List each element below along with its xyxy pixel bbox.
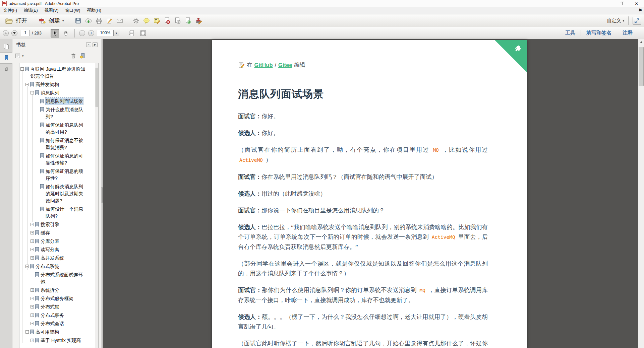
expand-toggle-icon[interactable]: + bbox=[31, 305, 34, 308]
bookmark-item[interactable]: +分布式事务 bbox=[19, 312, 87, 319]
bookmark-item[interactable]: −互联网 Java 工程师进阶知 识完全扫盲 bbox=[19, 66, 87, 80]
zoom-in-button[interactable]: + bbox=[88, 30, 94, 36]
bookmark-item[interactable]: +分库分表 bbox=[19, 238, 87, 245]
save-icon[interactable] bbox=[74, 17, 82, 24]
bookmark-label[interactable]: 读写分离 bbox=[41, 246, 87, 253]
bookmark-label[interactable]: 高并发架构 bbox=[36, 81, 87, 88]
new-bookmark-button[interactable] bbox=[79, 53, 86, 59]
scroll-up-button[interactable] bbox=[638, 39, 644, 45]
share-upload-icon[interactable] bbox=[85, 17, 92, 24]
bookmark-label[interactable]: 分布式锁 bbox=[41, 303, 87, 310]
expand-toggle-icon[interactable]: + bbox=[31, 248, 34, 251]
close-button[interactable]: ✕ bbox=[629, 0, 644, 7]
attach-file-icon[interactable] bbox=[174, 17, 181, 24]
bookmark-item[interactable]: 如何保证消息队列 的高可用? bbox=[19, 122, 87, 136]
page-number-input[interactable]: 1 bbox=[21, 30, 30, 36]
bookmark-label[interactable]: 如何设计一个消息 队列? bbox=[46, 206, 87, 220]
menu-item-0[interactable]: 文件(F) bbox=[0, 7, 20, 14]
hand-tool-button[interactable] bbox=[61, 29, 70, 38]
minimize-button[interactable]: – bbox=[599, 0, 614, 7]
collapse-toggle-icon[interactable]: − bbox=[25, 83, 29, 86]
expand-toggle-icon[interactable]: + bbox=[31, 256, 34, 260]
bookmark-item[interactable]: 如何设计一个消息 队列? bbox=[19, 206, 87, 220]
bookmark-item[interactable]: +读写分离 bbox=[19, 246, 87, 253]
tree-scrollbar-thumb[interactable] bbox=[96, 68, 98, 107]
document-close-icon[interactable]: ✖ bbox=[639, 8, 642, 12]
tab-tools[interactable]: 工具 bbox=[560, 30, 581, 36]
attachments-tab[interactable] bbox=[0, 64, 12, 75]
bookmark-item[interactable]: 消息队列面试场景 bbox=[19, 98, 87, 105]
bookmark-item[interactable]: 如何保证消息的可 靠性传输? bbox=[19, 152, 87, 166]
fit-page-icon[interactable] bbox=[140, 30, 147, 37]
expand-toggle-icon[interactable]: + bbox=[31, 322, 34, 325]
expand-toggle-icon[interactable]: + bbox=[31, 223, 34, 226]
comment-bubble-icon[interactable] bbox=[143, 17, 150, 24]
delete-pages-icon[interactable] bbox=[164, 17, 171, 24]
bookmark-item[interactable]: 如何保证消息的顺 序性? bbox=[19, 168, 87, 182]
bookmark-item[interactable]: −分布式系统 bbox=[19, 263, 87, 270]
tree-scrollbar[interactable] bbox=[95, 63, 98, 348]
bookmark-label[interactable]: 缓存 bbox=[41, 229, 87, 236]
bookmark-label[interactable]: 基于 Hystrix 实现高 bbox=[41, 337, 87, 344]
export-icon[interactable] bbox=[184, 17, 192, 24]
bookmark-label[interactable]: 分布式会话 bbox=[41, 320, 87, 327]
previous-page-button[interactable] bbox=[3, 30, 9, 36]
gitee-link[interactable]: Gitee bbox=[278, 62, 292, 68]
email-icon[interactable] bbox=[116, 17, 123, 24]
expand-toggle-icon[interactable]: + bbox=[31, 297, 34, 300]
splitter-grip[interactable] bbox=[101, 187, 103, 203]
tab-fill-sign[interactable]: 填写和签名 bbox=[581, 30, 617, 36]
collapse-toggle-icon[interactable]: − bbox=[25, 265, 29, 268]
bookmark-label[interactable]: 如何保证消息队列 的高可用? bbox=[46, 122, 87, 136]
bookmark-label[interactable]: 高并发系统 bbox=[41, 255, 87, 262]
zoom-level-input[interactable]: 100% bbox=[97, 30, 114, 36]
bookmark-item[interactable]: +分布式会话 bbox=[19, 320, 87, 327]
tab-comment[interactable]: 注释 bbox=[617, 30, 638, 36]
menu-item-2[interactable]: 视图(V) bbox=[41, 7, 62, 14]
bookmark-label[interactable]: 如何保证消息不被 重复消费? bbox=[46, 137, 87, 151]
expand-toggle-icon[interactable]: + bbox=[31, 314, 34, 317]
bookmarks-tab[interactable] bbox=[0, 52, 12, 64]
bookmark-item[interactable]: 为什么使用消息队 列? bbox=[19, 106, 87, 120]
delete-bookmark-button[interactable] bbox=[70, 53, 77, 59]
bookmark-item[interactable]: +缓存 bbox=[19, 229, 87, 236]
gear-icon[interactable] bbox=[132, 17, 140, 24]
restore-button[interactable] bbox=[614, 0, 629, 7]
bookmark-item[interactable]: −消息队列 bbox=[19, 89, 87, 96]
vertical-scrollbar[interactable] bbox=[638, 39, 644, 348]
bookmark-item[interactable]: 如何解决消息队列 的延时以及过期失 效问题? bbox=[19, 183, 87, 204]
scrolling-mode-icon[interactable] bbox=[128, 30, 135, 37]
bookmark-label[interactable]: 高可用架构 bbox=[36, 329, 87, 336]
zoom-out-button[interactable]: − bbox=[79, 30, 85, 36]
bookmark-item[interactable]: +高并发系统 bbox=[19, 255, 87, 262]
text-note-icon[interactable] bbox=[153, 17, 161, 24]
bookmark-item[interactable]: 分布式系统面试连环 炮 bbox=[19, 271, 87, 285]
bookmark-item[interactable]: +系统拆分 bbox=[19, 287, 87, 294]
bookmark-label[interactable]: 分库分表 bbox=[41, 238, 87, 245]
bookmark-item[interactable]: +基于 Hystrix 实现高 bbox=[19, 337, 87, 344]
expand-toolbar-button[interactable] bbox=[633, 17, 641, 25]
bookmark-label[interactable]: 互联网 Java 工程师进阶知 识完全扫盲 bbox=[31, 66, 87, 80]
bookmark-label[interactable]: 如何解决消息队列 的延时以及过期失 效问题? bbox=[46, 183, 87, 204]
bookmark-label[interactable]: 系统拆分 bbox=[41, 287, 87, 294]
bookmark-item[interactable]: −高并发架构 bbox=[19, 81, 87, 88]
expand-toggle-icon[interactable]: + bbox=[31, 231, 34, 234]
open-button[interactable]: 打开 bbox=[3, 16, 28, 25]
stamp-icon[interactable] bbox=[195, 17, 202, 24]
print-icon[interactable] bbox=[95, 17, 103, 24]
bookmark-label[interactable]: 搜索引擎 bbox=[41, 221, 87, 228]
bookmark-label[interactable]: 分布式系统 bbox=[36, 263, 87, 270]
bookmark-label[interactable]: 分布式事务 bbox=[41, 312, 87, 319]
expand-toggle-icon[interactable]: + bbox=[31, 288, 34, 292]
bookmark-item[interactable]: 如何保证消息不被 重复消费? bbox=[19, 137, 87, 151]
create-button[interactable]: 创建 ▾ bbox=[38, 16, 65, 25]
bookmark-item[interactable]: +搜索引擎 bbox=[19, 221, 87, 228]
page-thumbnails-tab[interactable] bbox=[0, 41, 12, 52]
menu-item-3[interactable]: 窗口(W) bbox=[62, 7, 83, 14]
bookmark-label[interactable]: 如何保证消息的可 靠性传输? bbox=[46, 152, 87, 166]
sign-icon[interactable] bbox=[106, 17, 113, 24]
expand-toggle-icon[interactable]: + bbox=[31, 339, 34, 342]
expand-toggle-icon[interactable]: + bbox=[31, 239, 34, 243]
bookmark-item[interactable]: −高可用架构 bbox=[19, 329, 87, 336]
bookmark-label[interactable]: 分布式系统面试连环 炮 bbox=[41, 271, 87, 285]
